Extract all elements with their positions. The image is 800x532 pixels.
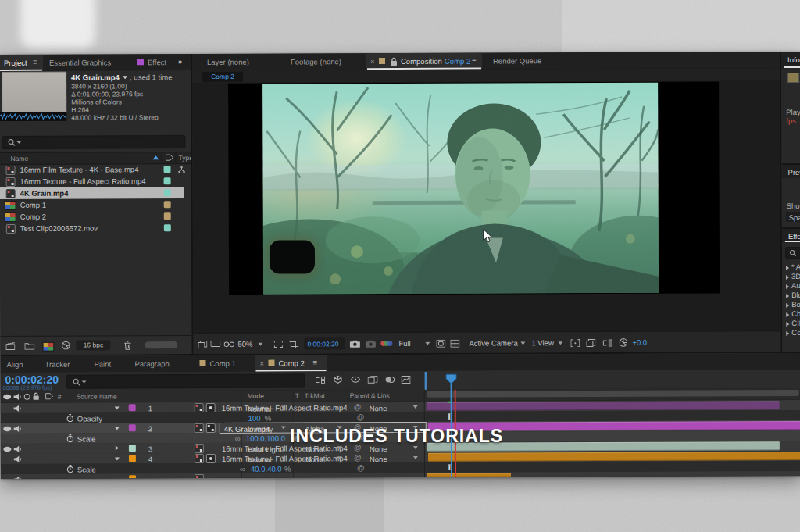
layer-label-swatch[interactable] <box>129 445 136 452</box>
video-toggle-icon[interactable] <box>3 446 12 452</box>
layer-quality-icon[interactable] <box>206 403 216 412</box>
column-t[interactable]: T <box>295 393 299 400</box>
tab-essential-graphics[interactable]: Essential Graphics <box>49 59 111 66</box>
mode-chevron-icon[interactable] <box>281 406 286 409</box>
property-value[interactable]: 100 <box>248 415 261 423</box>
stereo-3d-view-icon[interactable] <box>223 341 234 348</box>
effects-category[interactable]: CINEMA 4D <box>791 320 800 327</box>
stopwatch-icon[interactable] <box>66 434 74 443</box>
effects-category[interactable]: Blur & Sharpen <box>791 291 800 299</box>
mini-flowchart-icon[interactable] <box>315 376 326 384</box>
property-name[interactable]: Scale <box>77 436 96 444</box>
tab-timeline-comp2[interactable]: Comp 2 <box>278 359 304 367</box>
exposure-reset-icon[interactable] <box>619 338 627 347</box>
audio-toggle-icon[interactable] <box>13 455 22 463</box>
tab-render-queue[interactable]: Render Queue <box>493 57 541 65</box>
composition-lock-icon[interactable] <box>390 57 398 66</box>
effects-category[interactable]: Boris FX Mocha <box>791 301 800 309</box>
graph-editor-icon[interactable] <box>402 376 411 384</box>
effects-category[interactable]: 3D Channel <box>791 273 800 280</box>
expand-chevron-icon[interactable] <box>115 406 120 409</box>
interpret-footage-icon[interactable] <box>5 342 15 350</box>
camera-dropdown[interactable]: Active Camera <box>469 339 517 347</box>
footage-name-dropdown-icon[interactable] <box>123 76 127 79</box>
tab-timeline-comp1[interactable]: Comp 1 <box>209 360 235 368</box>
tab-tracker[interactable]: Tracker <box>45 361 70 369</box>
collapse-transformations-icon[interactable] <box>206 423 216 433</box>
tab-layer[interactable]: Layer (none) <box>207 59 249 66</box>
tab-effects-presets[interactable]: Effects & Presets <box>788 233 800 241</box>
magnification-dropdown[interactable]: 50% <box>238 341 252 348</box>
project-item-row[interactable]: 16mm Texture - Full Aspect Ratio.mp4 <box>0 175 191 187</box>
trash-icon[interactable] <box>123 341 131 350</box>
composition-tab-close-icon[interactable]: × <box>370 58 375 66</box>
adjust-icon[interactable] <box>61 341 70 350</box>
layer-label-swatch[interactable] <box>129 404 136 411</box>
column-name[interactable]: Name <box>10 155 28 162</box>
pixel-aspect-correction-icon[interactable] <box>570 339 580 347</box>
property-value[interactable]: 40.0,40.0 <box>251 466 282 473</box>
video-toggle-icon[interactable] <box>3 426 12 432</box>
audio-toggle-icon[interactable] <box>13 405 22 412</box>
project-item-row-selected[interactable]: 4K Grain.mp4 <box>0 187 184 199</box>
stopwatch-icon[interactable] <box>66 414 74 423</box>
transparency-grid-icon[interactable] <box>450 340 459 348</box>
mode-chevron-icon[interactable] <box>281 447 286 450</box>
magnification-chevron-icon[interactable] <box>258 343 262 346</box>
label-column-tag-icon[interactable] <box>165 154 173 161</box>
label-color-swatch[interactable] <box>164 201 171 208</box>
project-item-row[interactable]: 16mm Film Texture - 4K - Base.mp4 <box>0 163 191 176</box>
exposure-value[interactable]: +0.0 <box>632 339 647 347</box>
new-composition-icon[interactable] <box>42 342 54 352</box>
comp2-tab-close-icon[interactable]: × <box>259 360 264 368</box>
link-dimensions-icon[interactable]: ∞ <box>235 435 241 443</box>
fast-previews-icon[interactable] <box>436 340 445 348</box>
frame-blending-icon[interactable] <box>368 376 378 384</box>
viewer-comp-selector-button[interactable]: Comp 2 <box>202 72 243 82</box>
parent-chevron-icon[interactable] <box>413 456 418 459</box>
column-parent-link[interactable]: Parent & Link <box>350 392 390 399</box>
resolution-dropdown[interactable]: Full <box>398 340 410 348</box>
footage-thumbnail[interactable] <box>2 72 66 112</box>
layer-label-swatch[interactable] <box>129 424 136 431</box>
column-source-name[interactable]: Source Name <box>77 393 117 400</box>
expand-chevron-icon[interactable] <box>115 427 120 430</box>
column-trkmat[interactable]: TrkMat <box>305 392 325 399</box>
layer-quality-icon[interactable] <box>206 454 216 463</box>
parent-pickwhip-icon[interactable]: @ <box>354 403 362 411</box>
property-name[interactable]: Opacity <box>77 415 102 423</box>
stopwatch-icon[interactable] <box>66 465 74 473</box>
hide-shy-layers-icon[interactable] <box>351 376 361 383</box>
viewer-timecode-box[interactable]: 0:00:02:20 <box>304 337 345 349</box>
timeline-search-input[interactable] <box>66 373 305 388</box>
collapsed-chevron-icon[interactable] <box>116 445 119 450</box>
timeline-panel-menu-icon[interactable]: ≡ <box>312 359 317 366</box>
label-color-swatch[interactable] <box>164 166 171 173</box>
mode-chevron-icon[interactable] <box>281 457 286 460</box>
label-color-swatch[interactable] <box>164 212 171 220</box>
preview-shortcut-dropdown[interactable]: Space <box>786 212 800 222</box>
audio-toggle-icon[interactable] <box>13 445 22 453</box>
layer-bar-5-partial[interactable] <box>427 473 511 477</box>
expand-chevron-icon[interactable] <box>115 457 120 460</box>
effects-search-input[interactable] <box>785 247 800 259</box>
project-search-input[interactable] <box>2 135 185 149</box>
primary-viewer-icon[interactable] <box>210 341 220 348</box>
audio-toggle-icon[interactable] <box>13 476 22 479</box>
new-folder-icon[interactable] <box>24 342 34 350</box>
tab-composition-comp-name[interactable]: Comp 2 <box>445 58 470 66</box>
horizontal-scrollbar-thumb[interactable] <box>145 341 177 348</box>
time-ruler[interactable] <box>425 370 800 391</box>
tab-info[interactable]: Info <box>788 56 800 64</box>
trkmat-chevron-icon[interactable] <box>338 456 342 459</box>
link-dimensions-icon[interactable]: ∞ <box>240 466 245 473</box>
draft-3d-icon[interactable] <box>334 375 343 384</box>
layer-bar-4[interactable] <box>428 452 800 462</box>
flowchart-icon[interactable] <box>602 339 612 347</box>
project-item-row[interactable]: Comp 1 <box>0 198 191 211</box>
property-pickwhip-icon[interactable]: @ <box>357 464 365 472</box>
always-preview-icon[interactable] <box>198 341 207 348</box>
property-pickwhip-icon[interactable]: @ <box>357 413 365 421</box>
effects-category[interactable]: Audio <box>791 282 800 290</box>
view-layout-dropdown[interactable]: 1 View <box>531 339 553 347</box>
